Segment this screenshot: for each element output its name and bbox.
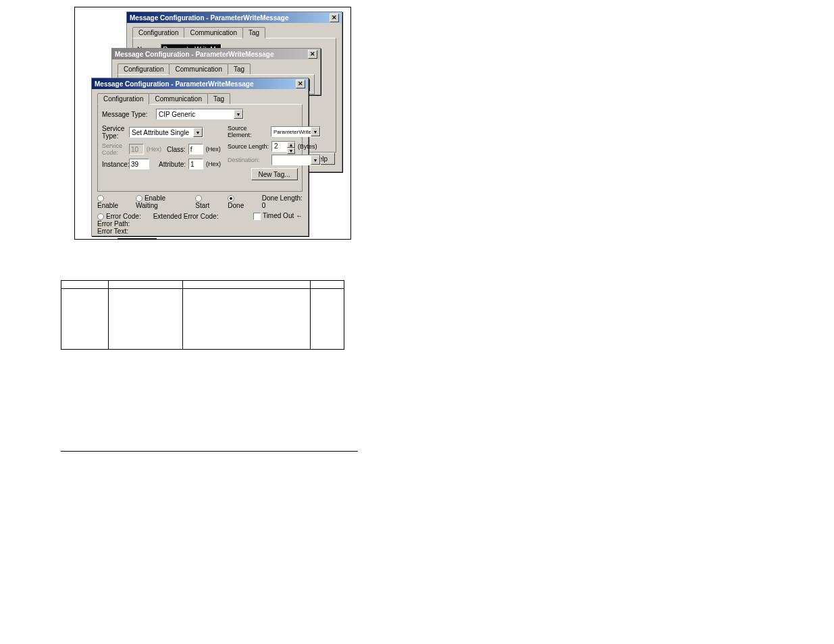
new-tag-button[interactable]: New Tag... [251, 168, 298, 180]
chevron-down-icon[interactable]: ▼ [311, 127, 320, 136]
bytes-label: (Bytes) [298, 143, 317, 150]
title-tag: Message Configuration - ParameterWriteMe… [130, 14, 288, 22]
error-path-label: Error Path: [97, 220, 303, 227]
class-input[interactable]: f [188, 144, 203, 155]
close-icon[interactable]: ✕ [330, 14, 339, 22]
tab-tag[interactable]: Tag [242, 27, 265, 38]
titlebar-comm: Message Configuration - ParameterWriteMe… [112, 49, 320, 59]
tabs-tag: Configuration Communication Tag [132, 27, 342, 38]
data-table [61, 280, 344, 350]
chevron-down-icon[interactable]: ▼ [193, 128, 203, 137]
instance-input[interactable]: 39 [129, 159, 149, 169]
source-element-select[interactable]: ParameterWriteValue ▼ [271, 126, 321, 137]
tab-tag[interactable]: Tag [207, 93, 230, 104]
chevron-down-icon[interactable]: ▼ [311, 155, 320, 165]
help-button[interactable]: Help [244, 239, 282, 240]
tab-tag[interactable]: Tag [228, 63, 251, 74]
tab-configuration[interactable]: Configuration [118, 63, 170, 74]
class-hex: (Hex) [206, 146, 221, 153]
close-icon[interactable]: ✕ [296, 80, 305, 88]
error-code-radio[interactable]: Error Code: [97, 213, 141, 220]
spin-down-icon[interactable]: ▼ [287, 148, 295, 154]
source-element-label: Source Element: [228, 125, 269, 138]
service-type-select[interactable]: Set Attribute Single ▼ [129, 127, 203, 138]
separator [61, 451, 358, 452]
dialog-buttons: OK Cancel Apply Help [97, 239, 303, 240]
done-radio[interactable]: Done [228, 194, 250, 209]
service-code-hex: (Hex) [147, 146, 161, 153]
tab-communication[interactable]: Communication [149, 93, 207, 104]
apply-button: Apply [202, 239, 240, 240]
tab-configuration[interactable]: Configuration [132, 27, 184, 38]
title-comm: Message Configuration - ParameterWriteMe… [115, 51, 273, 58]
class-label: Class: [167, 146, 186, 153]
enable-radio[interactable]: Enable [97, 194, 124, 209]
spin-up-icon[interactable]: ▲ [287, 142, 295, 148]
enable-waiting-radio[interactable]: Enable Waiting [136, 194, 183, 209]
panel-conf: Message Type: CIP Generic ▼ Service Type… [97, 104, 303, 192]
tab-communication[interactable]: Communication [169, 63, 228, 75]
start-radio[interactable]: Start [195, 194, 215, 209]
error-text-label: Error Text: [97, 227, 303, 235]
done-length: Done Length: 0 [262, 194, 303, 209]
status-area: Enable Enable Waiting Start Done Done Le… [97, 194, 303, 235]
figure-frame: Message Configuration - ParameterWriteMe… [74, 7, 351, 240]
ext-error-code-label: Extended Error Code: [153, 213, 219, 220]
source-length-spinner[interactable]: 2 ▲ ▼ [271, 141, 296, 152]
tab-configuration[interactable]: Configuration [97, 93, 149, 105]
chevron-down-icon[interactable]: ▼ [234, 109, 243, 119]
message-type-select[interactable]: CIP Generic ▼ [156, 109, 244, 119]
title-conf: Message Configuration - ParameterWriteMe… [95, 80, 253, 88]
window-conf: Message Configuration - ParameterWriteMe… [91, 78, 309, 236]
attribute-hex: (Hex) [206, 161, 221, 167]
close-icon[interactable]: ✕ [308, 50, 317, 59]
tab-communication[interactable]: Communication [184, 27, 242, 38]
attribute-input[interactable]: 1 [188, 159, 203, 169]
tabs-comm: Configuration Communication Tag [118, 63, 320, 74]
tabs-conf: Configuration Communication Tag [97, 93, 308, 104]
service-type-label: Service Type: [102, 125, 126, 140]
cancel-button[interactable]: Cancel [160, 239, 198, 240]
titlebar-tag: Message Configuration - ParameterWriteMe… [127, 12, 342, 23]
destination-select[interactable]: ▼ [271, 155, 321, 165]
timed-out-check[interactable]: Timed Out ← [253, 212, 303, 220]
source-length-label: Source Length: [228, 143, 269, 150]
service-code-input: 10 [129, 144, 144, 155]
instance-label: Instance: [102, 161, 126, 168]
attribute-label: Attribute: [159, 161, 186, 168]
ok-button[interactable]: OK [118, 239, 156, 240]
service-code-label: Service Code: [102, 142, 126, 156]
destination-label: Destination: [228, 157, 269, 163]
titlebar-conf: Message Configuration - ParameterWriteMe… [92, 78, 308, 89]
message-type-label: Message Type: [102, 111, 151, 118]
